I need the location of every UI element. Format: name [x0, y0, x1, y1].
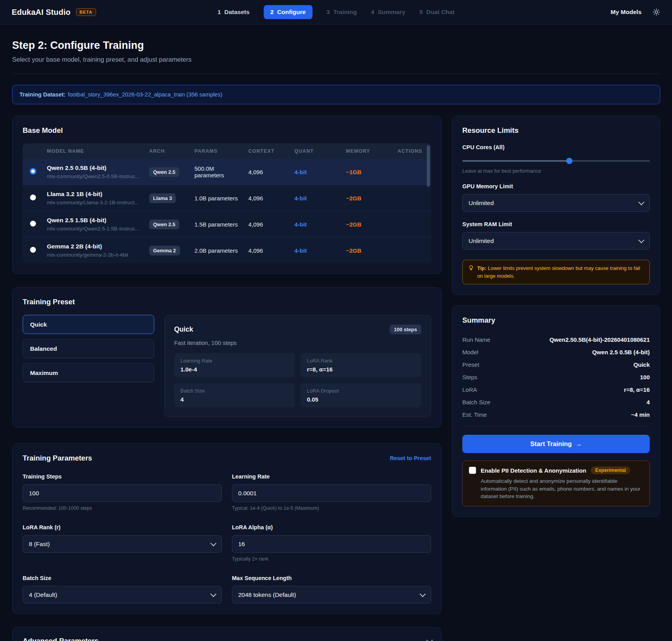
batch-size-select[interactable]: 4 (Default)	[23, 586, 222, 604]
summary-row-lora: LoRA r=8, α=16	[462, 383, 650, 396]
step-label: Datasets	[225, 9, 250, 16]
step-number: 2	[270, 9, 274, 16]
advanced-parameters-card[interactable]: Advanced Parameters	[12, 627, 442, 641]
pii-checkbox[interactable]	[469, 467, 476, 474]
table-scrollbar[interactable]	[427, 145, 430, 187]
brand: EdukaAI Studio BETA	[12, 8, 96, 17]
max-sequence-length-select[interactable]: 2048 tokens (Default)	[232, 586, 431, 604]
gpu-memory-select[interactable]: Unlimited	[462, 194, 650, 212]
summary-divider	[462, 426, 650, 427]
model-params: 1.0B parameters	[191, 185, 244, 211]
model-params: 1.5B parameters	[191, 211, 244, 237]
start-training-button[interactable]: Start Training →	[462, 435, 650, 453]
max-sequence-length-field: Max Sequence Length 2048 tokens (Default…	[232, 575, 431, 604]
model-name: Qwen 2.5 1.5B (4-bit)	[47, 217, 141, 224]
model-row-gemma-2b[interactable]: Gemma 2 2B (4-bit) mlx-community/gemma-2…	[23, 237, 431, 264]
summary-label: Est. Time	[462, 411, 487, 418]
my-models-link[interactable]: My Models	[611, 9, 642, 16]
training-steps-input[interactable]	[23, 484, 222, 502]
main-grid: Base Model Model Name Arch Params Contex…	[12, 116, 660, 641]
step-number: 5	[419, 9, 423, 16]
cpu-slider-thumb[interactable]	[566, 158, 572, 164]
model-context: 4,096	[244, 211, 291, 237]
beta-badge: BETA	[76, 8, 96, 16]
base-model-card: Base Model Model Name Arch Params Contex…	[12, 116, 442, 274]
param-value: 1.0e-4	[180, 366, 289, 373]
step-number: 3	[326, 9, 330, 16]
preset-button-balanced[interactable]: Balanced	[23, 339, 154, 358]
summary-row-steps: Steps 100	[462, 371, 650, 383]
radio-selected-icon[interactable]	[30, 168, 36, 175]
preset-detail-title: Quick	[174, 325, 193, 334]
lora-rank-select[interactable]: 8 (Fast)	[23, 535, 222, 553]
model-repo: mlx-community/Llama-3.2-1B-Instruct...	[47, 200, 141, 205]
gpu-memory-group: GPU Memory Limit Unlimited	[462, 183, 650, 212]
radio-icon[interactable]	[30, 195, 36, 200]
cpu-cores-slider[interactable]	[462, 158, 650, 164]
model-actions-cell	[394, 159, 431, 185]
summary-row-batch-size: Batch Size 4	[462, 396, 650, 408]
model-quant: 4-bit	[291, 185, 342, 211]
learning-rate-input[interactable]	[232, 484, 431, 502]
preset-param-batch-size: Batch Size 4	[174, 383, 295, 407]
summary-row-run-name: Run Name Qwen2.50.5B(4-bit)-202604010806…	[462, 333, 650, 346]
lora-rank-field: LoRA Rank (r) 8 (Fast)	[23, 524, 222, 562]
training-dataset-banner: Training Dataset: footbal_story_396ex_20…	[12, 85, 660, 104]
lora-alpha-input[interactable]	[232, 535, 431, 553]
param-label: Learning Rate	[180, 358, 289, 364]
preset-detail-card: Quick 100 steps Fast iteration, 100 step…	[164, 315, 431, 417]
preset-button-maximum[interactable]: Maximum	[23, 363, 154, 382]
gpu-memory-label: GPU Memory Limit	[462, 183, 650, 189]
tip-body: Lower limits prevent system slowdown but…	[477, 265, 640, 279]
step-label: Configure	[277, 9, 306, 16]
model-row-llama-1b[interactable]: Llama 3.2 1B (4-bit) mlx-community/Llama…	[23, 185, 431, 211]
pii-description: Automatically detect and anonymize perso…	[481, 477, 643, 500]
nav-step-datasets[interactable]: 1 Datasets	[217, 9, 250, 16]
summary-row-preset: Preset Quick	[462, 358, 650, 371]
reset-to-preset-link[interactable]: Reset to Preset	[390, 455, 431, 461]
chevron-down-icon[interactable]	[426, 637, 433, 641]
summary-value: 4	[647, 399, 650, 405]
theme-toggle-sun-icon[interactable]	[652, 8, 660, 16]
model-params: 2.0B parameters	[191, 237, 244, 264]
step-number: 4	[371, 9, 374, 16]
model-name: Llama 3.2 1B (4-bit)	[47, 191, 141, 198]
model-row-qwen-1.5b[interactable]: Qwen 2.5 1.5B (4-bit) mlx-community/Qwen…	[23, 211, 431, 237]
summary-value: Qwen2.50.5B(4-bit)-20260401080621	[549, 336, 650, 343]
training-steps-field: Training Steps Recommended: 100-1000 ste…	[23, 473, 222, 511]
model-context: 4,096	[244, 185, 291, 211]
app-title: EdukaAI Studio	[12, 8, 71, 17]
training-parameters-card: Training Parameters Reset to Preset Trai…	[12, 443, 442, 614]
arrow-right-icon: →	[575, 440, 582, 448]
navbar: EdukaAI Studio BETA 1 Datasets 2 Configu…	[0, 0, 672, 25]
nav-step-training: 3 Training	[326, 9, 357, 16]
radio-icon[interactable]	[30, 247, 36, 253]
nav-step-configure[interactable]: 2 Configure	[264, 5, 312, 19]
lightbulb-icon	[468, 265, 474, 271]
model-params: 500.0M parameters	[191, 159, 244, 185]
summary-rows: Run Name Qwen2.50.5B(4-bit)-202604010806…	[462, 333, 650, 421]
model-table-header: Model Name Arch Params Context Quant Mem…	[23, 143, 431, 159]
preset-steps-badge: 100 steps	[390, 325, 421, 334]
summary-card: Summary Run Name Qwen2.50.5B(4-bit)-2026…	[452, 305, 660, 517]
param-value: 4	[180, 396, 289, 403]
resource-tip-box: Tip: Lower limits prevent system slowdow…	[462, 260, 650, 284]
model-name: Qwen 2.5 0.5B (4-bit)	[47, 164, 141, 171]
radio-icon[interactable]	[30, 221, 36, 227]
page-title: Step 2: Configure Training	[12, 39, 660, 52]
model-row-qwen-0.5b[interactable]: Qwen 2.5 0.5B (4-bit) mlx-community/Qwen…	[23, 159, 431, 185]
system-ram-select[interactable]: Unlimited	[462, 232, 650, 250]
preset-button-quick[interactable]: Quick	[23, 315, 154, 334]
cpu-cores-label: CPU Cores (All)	[462, 144, 650, 150]
batch-size-label: Batch Size	[23, 575, 222, 581]
summary-title: Summary	[462, 316, 650, 325]
model-memory: ~1GB	[342, 159, 394, 185]
summary-label: LoRA	[462, 386, 477, 393]
model-actions-cell	[394, 185, 431, 211]
preset-param-lora-dropout: LoRA Dropout 0.05	[301, 383, 421, 407]
lora-rank-label: LoRA Rank (r)	[23, 524, 222, 530]
batch-size-field: Batch Size 4 (Default)	[23, 575, 222, 604]
header-params: Params	[191, 143, 244, 159]
preset-buttons: Quick Balanced Maximum	[23, 315, 154, 417]
system-ram-group: System RAM Limit Unlimited	[462, 221, 650, 250]
